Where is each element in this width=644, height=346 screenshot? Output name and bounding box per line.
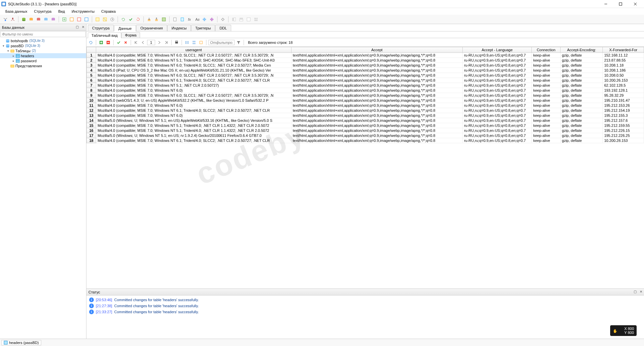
layout3-icon[interactable] [245,16,252,23]
cell[interactable]: text/html,application/xhtml+xml,applicat… [291,98,462,103]
cell[interactable]: text/html,application/xhtml+xml,applicat… [291,53,462,58]
table-row[interactable]: 3Mozilla/4.0 (compatible; MSIE 7.0; Wind… [87,63,644,68]
cell[interactable]: text/html,application/xhtml+xml,applicat… [291,113,462,118]
delete-table-icon[interactable] [76,16,82,23]
rownum-cell[interactable]: 13 [87,113,96,118]
rownum-cell[interactable]: 4 [87,68,96,73]
tab-Индексы[interactable]: Индексы [167,25,191,31]
cell[interactable]: gzip, deflate [561,68,603,73]
db-action2-icon[interactable] [50,16,57,23]
cell[interactable]: ru-RU,ru;q=0.9,en-US;q=0.8,en;q=0.7 [462,123,532,128]
cell[interactable]: text/html,application/xhtml+xml,applicat… [291,93,462,98]
layout4-icon[interactable] [253,16,259,23]
cell[interactable]: text/html,application/xhtml+xml,applicat… [291,58,462,63]
rownum-cell[interactable]: 1 [87,53,96,58]
prev-page-icon[interactable] [140,39,146,46]
tab-Структура[interactable]: Структура [88,25,114,31]
rollback-icon[interactable] [135,16,141,23]
rownum-cell[interactable]: 12 [87,108,96,113]
fx-icon[interactable]: fx [186,16,193,23]
col-header-0[interactable]: useragent [96,47,292,53]
cell[interactable]: gzip, deflate [561,123,603,128]
cell[interactable]: keep-alive [532,98,561,103]
cell[interactable]: Mozilla/4.0 (compatible; MSIE 7.0; Windo… [96,93,292,98]
table-row[interactable]: 12Mozilla/4.0 (compatible; MSIE 7.0; Win… [87,108,644,113]
rownum-cell[interactable]: 10 [87,98,96,103]
commit-icon[interactable] [127,16,134,23]
cell[interactable]: 193.192.128.1 [603,88,644,93]
subtab-Форма[interactable]: Форма [121,32,140,38]
table-row[interactable]: 14Mozilla/5.0 (Windows; U; Windows NT 5.… [87,118,644,123]
cell[interactable]: Mozilla/4.0 (compatible; MSIE 7.0; Windo… [96,78,292,83]
cell[interactable]: Mozilla/4.0 (compatible; MSIE 7.0; Windo… [96,88,292,93]
cell[interactable]: ru-RU,ru;q=0.9,en-US;q=0.8,en;q=0.7 [462,73,532,78]
table-row[interactable]: 18Mozilla/4.0 (compatible; MSIE 7.0; Win… [87,138,644,143]
cell[interactable]: keep-alive [532,108,561,113]
page-input[interactable] [147,40,155,45]
script2-icon[interactable] [179,16,186,23]
close-button[interactable] [628,0,643,8]
cell[interactable]: ru-RU,ru;q=0.9,en-US;q=0.8,en;q=0.7 [462,63,532,68]
rownum-cell[interactable]: 16 [87,128,96,133]
col-header-3[interactable]: Connection [532,47,561,53]
table-row[interactable]: 2Mozilla/4.0 (compatible; MSIE 8.0; Wind… [87,58,644,63]
cell[interactable]: gzip, deflate [561,103,603,108]
rownum-cell[interactable]: 8 [87,88,96,93]
status-float-icon[interactable]: ▢ [633,289,638,294]
extension2-icon[interactable] [208,16,215,23]
collation-icon[interactable]: Aa [194,16,200,23]
table-row[interactable]: 10Mozilla/5.0 (webOS/1.4.3; U; en-US) Ap… [87,98,644,103]
cell[interactable]: gzip, deflate [561,93,603,98]
edit-table-icon[interactable] [68,16,75,23]
cell[interactable]: gzip, deflate [561,63,603,68]
populate-icon[interactable] [160,16,167,23]
cell[interactable]: text/html,application/xhtml+xml,applicat… [291,118,462,123]
cell[interactable]: text/html,application/xhtml+xml,applicat… [291,63,462,68]
table-action-icon[interactable] [83,16,90,23]
cell[interactable]: ru-RU,ru;q=0.9,en-US;q=0.8,en;q=0.7 [462,133,532,138]
menu-tools[interactable]: Инструменты [69,9,98,14]
script-icon[interactable] [172,16,178,23]
menu-structure[interactable]: Структура [31,9,54,14]
cell[interactable]: keep-alive [532,133,561,138]
table-row[interactable]: 9Mozilla/4.0 (compatible; MSIE 7.0; Wind… [87,93,644,98]
sidebar-filter-input[interactable] [1,31,85,37]
cell[interactable]: Mozilla/4.0 (compatible; MSIE 7.0; Windo… [96,108,292,113]
tree-item-password[interactable]: ▸password [0,58,86,63]
fit-columns-icon[interactable] [184,39,190,46]
cell[interactable]: 152.168.11.12 [603,53,644,58]
rownum-cell[interactable]: 7 [87,83,96,88]
rownum-cell[interactable]: 3 [87,63,96,68]
next-page-icon[interactable] [156,39,162,46]
sql-history-icon[interactable] [109,16,116,23]
tree-item-passbd[interactable]: ▾passBD(SQLite 3) [0,43,86,48]
cell[interactable]: Mozilla/5.0 (iPad; U; CPU OS 3_2 like Ma… [96,68,292,73]
cell[interactable]: ru-RU,ru;q=0.9,en-US;q=0.8,en;q=0.7 [462,93,532,98]
col-header-5[interactable]: X-Forwarded-For [603,47,644,53]
cell[interactable]: Mozilla/4.0 (compatible; MSIE 7.0; Windo… [96,83,292,88]
cell[interactable]: keep-alive [532,138,561,143]
cell[interactable]: gzip, deflate [561,88,603,93]
cell[interactable]: 195.212.226.15 [603,128,644,133]
panel-close-icon[interactable]: ✕ [80,24,85,29]
rownum-cell[interactable]: 18 [87,138,96,143]
menu-database[interactable]: База данных [3,9,30,14]
extension-icon[interactable] [201,16,208,23]
cell[interactable]: Mozilla/4.0 (compatible; MSIE 7.0; Windo… [96,138,292,143]
table-row[interactable]: 15Mozilla/4.0 (compatible; MSIE 7.0; Win… [87,123,644,128]
twisty-icon[interactable]: ▸ [11,59,15,63]
cell[interactable]: text/html,application/xhtml+xml,applicat… [291,88,462,93]
cell[interactable]: ru-RU,ru;q=0.9,en-US;q=0.8,en;q=0.7 [462,138,532,143]
cell[interactable]: keep-alive [532,88,561,93]
cell[interactable]: text/html,application/xhtml+xml,applicat… [291,138,462,143]
cell[interactable]: keep-alive [532,123,561,128]
cell[interactable]: ru-RU,ru;q=0.9,en-US;q=0.8,en;q=0.7 [462,53,532,58]
menu-view[interactable]: Вид [56,9,68,14]
cell[interactable]: keep-alive [532,78,561,83]
table-row[interactable]: 4Mozilla/5.0 (iPad; U; CPU OS 3_2 like M… [87,68,644,73]
last-page-icon[interactable] [163,39,169,46]
cell[interactable]: keep-alive [532,83,561,88]
cell[interactable]: gzip, deflate [561,128,603,133]
col-header-2[interactable]: Accept - Language [462,47,532,53]
cell[interactable]: gzip, deflate [561,108,603,113]
